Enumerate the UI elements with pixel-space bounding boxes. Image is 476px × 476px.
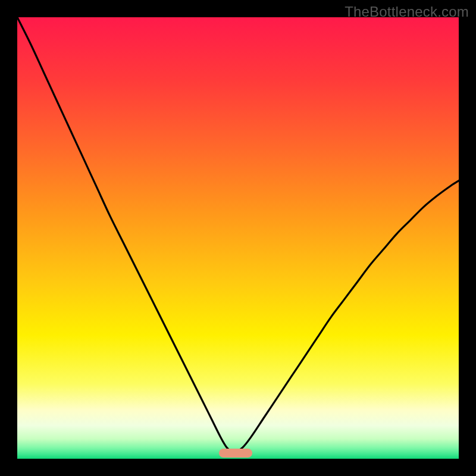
plot-area (17, 17, 459, 459)
optimum-marker (219, 449, 252, 458)
bottleneck-curve (17, 17, 459, 459)
attribution-text: TheBottleneck.com (345, 4, 469, 20)
curve-left-branch (17, 17, 234, 453)
curve-right-branch (234, 181, 459, 453)
